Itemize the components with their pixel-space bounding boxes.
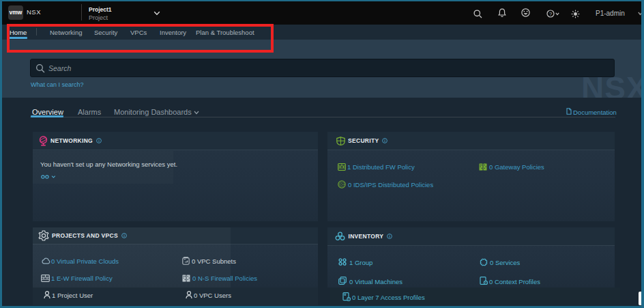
svg-text:?: ? [549,11,552,17]
